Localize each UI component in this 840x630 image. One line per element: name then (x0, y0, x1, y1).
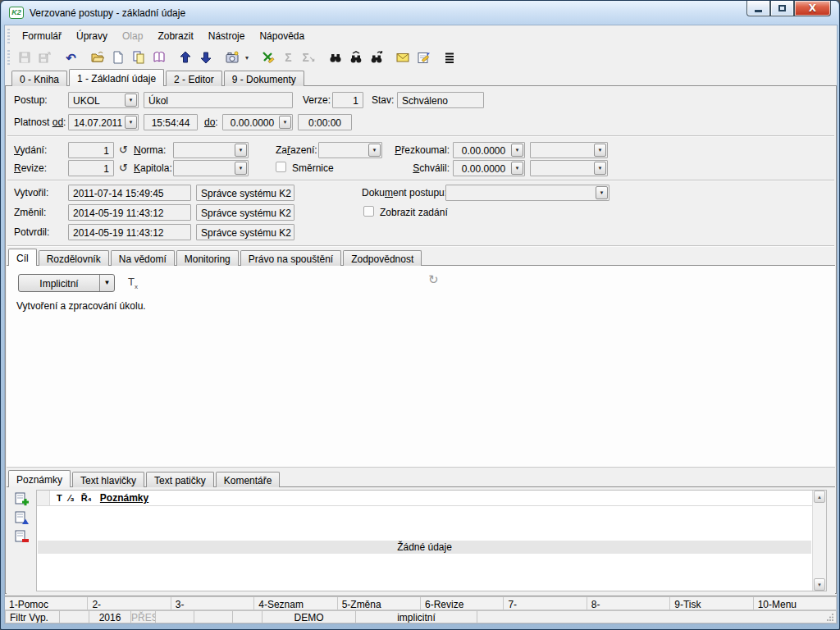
fkey-9-tisk[interactable]: 9-Tisk (670, 596, 753, 610)
tab-na-vedomi[interactable]: Na vědomí (111, 250, 175, 266)
chevron-down-icon[interactable]: ▼ (125, 94, 137, 107)
tab-monitoring[interactable]: Monitoring (176, 250, 239, 266)
tab-0-kniha[interactable]: 0 - Kniha (11, 71, 67, 86)
fkey-1-pomoc[interactable]: 1-Pomoc (5, 596, 88, 610)
tab-9-dokumenty[interactable]: 9 - Dokumenty (224, 71, 304, 86)
column-icon-text[interactable]: T (57, 493, 62, 503)
tab-2-editor[interactable]: 2 - Editor (166, 71, 222, 86)
menu-formular[interactable]: Formulář (15, 28, 69, 44)
chevron-down-icon[interactable]: ▼ (125, 116, 137, 129)
clear-formatting-icon[interactable]: Tx (128, 276, 138, 290)
chevron-down-icon[interactable]: ▼ (511, 144, 523, 157)
toolbar-gripper[interactable] (7, 50, 10, 65)
prezkoumal-date-combo[interactable]: 0.00.0000▼ (453, 142, 525, 158)
vydani-history-icon[interactable]: ↺ (119, 144, 128, 155)
revize-field[interactable]: 1 (68, 160, 114, 176)
vytvoril-date-field[interactable]: 2011-07-14 15:49:45 (68, 185, 191, 201)
row-selector-header[interactable] (37, 491, 50, 505)
kapitola-combo[interactable]: ▼ (173, 160, 249, 176)
fkey-8[interactable]: 8- (587, 596, 670, 610)
fkey-7[interactable]: 7- (504, 596, 587, 610)
potvrdil-date-field[interactable]: 2014-05-19 11:43:12 (68, 224, 191, 240)
revize-history-icon[interactable]: ↺ (119, 162, 128, 173)
sum-icon[interactable]: Σ (279, 48, 298, 66)
zobrazit-zadani-checkbox[interactable] (363, 206, 374, 217)
scroll-down-icon[interactable]: ▼ (814, 578, 825, 591)
preset-split-button[interactable]: Implicitní ▼ (18, 274, 115, 292)
copy-icon[interactable] (129, 48, 148, 66)
chevron-down-icon[interactable]: ▼ (99, 275, 114, 291)
tab-rozdelovnik[interactable]: Rozdělovník (39, 250, 109, 266)
dokument-postupu-combo[interactable]: ▼ (445, 185, 609, 201)
fkey-6-revize[interactable]: 6-Revize (421, 596, 504, 610)
save-icon[interactable] (15, 48, 34, 66)
fkey-10-menu[interactable]: 10-Menu (754, 596, 837, 610)
sum-skip-icon[interactable]: Σ↘ (299, 48, 318, 66)
platnost-od-time-field[interactable]: 15:54:44 (144, 114, 198, 130)
column-icon-fraction[interactable]: ⁄₃ (69, 493, 75, 503)
refresh-icon[interactable]: ↻ (428, 273, 439, 285)
undo-icon[interactable]: ↶ (62, 48, 80, 66)
move-up-icon[interactable] (176, 48, 194, 66)
note-open-icon[interactable] (15, 511, 31, 527)
schvalil-date-combo[interactable]: 0.00.0000▼ (453, 160, 525, 176)
tab-text-paticky[interactable]: Text patičky (146, 472, 214, 487)
chevron-down-icon[interactable]: ▼ (511, 162, 523, 175)
chevron-down-icon[interactable]: ▼ (235, 144, 247, 157)
chevron-down-icon[interactable]: ▼ (594, 144, 606, 157)
tab-poznamky[interactable]: Poznámky (8, 470, 71, 487)
column-icon-r4[interactable]: Ř₄ (81, 493, 92, 503)
notes-scrollbar[interactable]: ▲ ▼ (812, 491, 826, 591)
fkey-2[interactable]: 2- (88, 596, 171, 610)
export-edit-icon[interactable] (258, 48, 277, 66)
norma-combo[interactable]: ▼ (173, 142, 249, 158)
postup-code-combo[interactable]: UKOL▼ (68, 92, 139, 108)
open-icon[interactable] (88, 48, 107, 66)
resize-grip[interactable] (826, 613, 834, 621)
zmenil-user-field[interactable]: Správce systému K2 (196, 204, 294, 221)
vydani-field[interactable]: 1 (68, 142, 114, 158)
scroll-up-icon[interactable]: ▲ (814, 491, 825, 503)
new-document-icon[interactable] (108, 48, 127, 66)
vytvoril-user-field[interactable]: Správce systému K2 (196, 185, 294, 201)
title-bar[interactable]: K2 Verzované postupy - základní údaje X (2, 1, 838, 25)
prezkoumal-user-combo[interactable]: ▼ (530, 142, 608, 158)
restore-button[interactable] (770, 1, 794, 16)
menu-nastroje[interactable]: Nástroje (201, 28, 253, 44)
menu-napoveda[interactable]: Nápověda (252, 28, 312, 44)
chevron-down-icon[interactable]: ▼ (596, 186, 608, 199)
find-next-icon[interactable] (367, 48, 386, 66)
tab-cil[interactable]: Cíl (8, 249, 37, 266)
schvalil-user-combo[interactable]: ▼ (530, 160, 608, 176)
tab-komentare[interactable]: Komentáře (216, 472, 281, 487)
note-add-icon[interactable] (15, 492, 31, 509)
platnost-od-date-combo[interactable]: 14.07.2011▼ (68, 114, 139, 130)
mail-icon[interactable] (393, 48, 412, 66)
tab-text-hlavicky[interactable]: Text hlavičky (72, 472, 144, 487)
platnost-do-time-field[interactable]: 0:00:00 (298, 114, 352, 130)
fkey-4-seznam[interactable]: 4-Seznam (254, 596, 337, 610)
minimize-button[interactable] (746, 1, 770, 16)
chevron-down-icon[interactable]: ▼ (235, 162, 247, 175)
tab-1-zakladni-udaje[interactable]: 1 - Základní údaje (69, 69, 164, 86)
fkey-3[interactable]: 3- (171, 596, 254, 610)
menu-list-icon[interactable] (440, 48, 459, 66)
find-previous-icon[interactable] (346, 48, 365, 66)
menu-zobrazit[interactable]: Zobrazit (150, 28, 200, 44)
close-button[interactable]: X (794, 1, 831, 16)
smernice-checkbox[interactable] (276, 162, 286, 172)
chevron-down-icon[interactable]: ▼ (594, 162, 606, 175)
fkey-5-zmena[interactable]: 5-Změna (338, 596, 421, 610)
note-delete-icon[interactable] (15, 530, 31, 546)
zmenil-date-field[interactable]: 2014-05-19 11:43:12 (68, 204, 191, 221)
stav-field[interactable]: Schváleno (397, 92, 484, 108)
tab-zodpovednost[interactable]: Zodpovědnost (343, 250, 422, 266)
move-down-icon[interactable] (196, 48, 215, 66)
book-icon[interactable] (149, 48, 168, 66)
find-icon[interactable] (326, 48, 345, 66)
chevron-down-icon[interactable]: ▼ (279, 116, 291, 129)
postup-name-field[interactable]: Úkol (144, 92, 293, 108)
platnost-do-date-combo[interactable]: 0.00.0000▼ (222, 114, 293, 130)
menu-upravy[interactable]: Úpravy (69, 28, 115, 44)
save-as-icon[interactable] (35, 48, 54, 66)
